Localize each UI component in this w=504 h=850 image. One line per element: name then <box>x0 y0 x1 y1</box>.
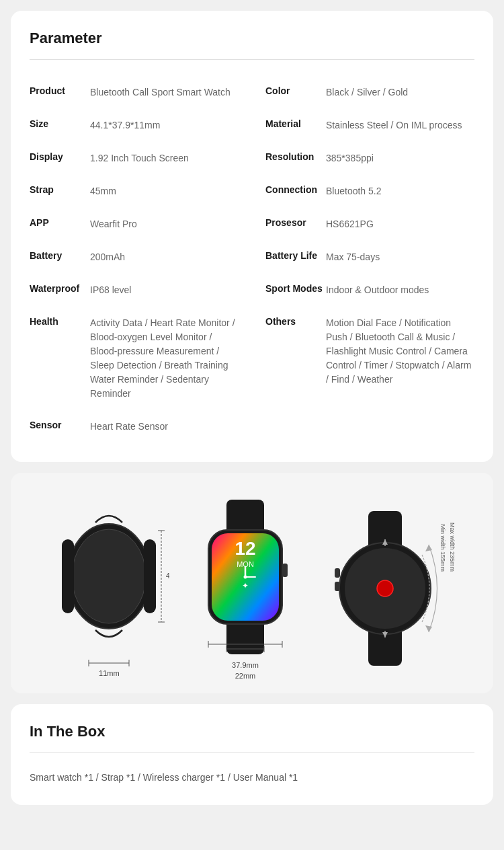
label-prosesor: Prosesor <box>265 217 326 228</box>
param-row-connection: Connection Bluetooth 5.2 <box>265 175 474 208</box>
value-size: 44.1*37.9*11mm <box>90 118 160 132</box>
svg-text:Min width 155mm: Min width 155mm <box>439 524 446 572</box>
param-row-material: Material Stainless Steel / On IML proces… <box>265 109 474 142</box>
svg-text:44.1mm: 44.1mm <box>166 572 169 580</box>
watch-svg-side: 44.1mm <box>48 502 169 653</box>
param-row-battery: Battery 200mAh <box>30 241 239 274</box>
svg-rect-34 <box>335 582 340 591</box>
label-app: APP <box>30 217 90 228</box>
label-material: Material <box>265 118 326 129</box>
svg-rect-21 <box>282 564 288 577</box>
params-left-col: Product Bluetooth Call Sport Smart Watch… <box>30 76 252 443</box>
inbox-card: In The Box Smart watch *1 / Strap *1 / W… <box>11 704 493 805</box>
value-connection: Bluetooth 5.2 <box>326 184 382 198</box>
label-product: Product <box>30 85 90 96</box>
value-product: Bluetooth Call Sport Smart Watch <box>90 85 230 100</box>
svg-text:Max width 235mm: Max width 235mm <box>449 523 456 572</box>
label-22mm: 22mm <box>235 672 256 680</box>
diagram-labels-side: 11mm <box>85 657 132 677</box>
value-battery: 200mAh <box>90 250 125 264</box>
label-battery: Battery <box>30 250 90 261</box>
label-11mm: 11mm <box>99 669 120 677</box>
value-strap: 45mm <box>90 184 116 198</box>
params-grid: Product Bluetooth Call Sport Smart Watch… <box>30 76 474 443</box>
param-row-sensor: Sensor Heart Rate Sensor <box>30 410 239 443</box>
param-row-strap: Strap 45mm <box>30 175 239 208</box>
watch-svg-back: Max width 235mm Min width 155mm <box>321 511 456 668</box>
label-waterproof: Waterproof <box>30 283 90 294</box>
value-prosesor: HS6621PG <box>326 217 374 231</box>
svg-point-1 <box>72 529 146 623</box>
diagrams-card: 44.1mm 11mm <box>11 473 493 693</box>
diagrams-wrapper: 44.1mm 11mm <box>24 493 480 680</box>
param-row-app: APP Wearfit Pro <box>30 208 239 241</box>
param-row-health: Health Activity Data / Heart Rate Monito… <box>30 307 239 410</box>
label-sport-modes: Sport Modes <box>265 283 326 294</box>
value-waterproof: IP68 level <box>90 283 131 297</box>
watch-diagram-front: 12 MON ✦ <box>192 500 299 680</box>
param-row-resolution: Resolution 385*385ppi <box>265 142 474 175</box>
divider <box>30 59 474 60</box>
watch-svg-front: 12 MON ✦ <box>192 500 299 657</box>
label-strap: Strap <box>30 184 90 195</box>
svg-rect-33 <box>335 568 340 578</box>
label-others: Others <box>265 316 326 327</box>
value-display: 1.92 Inch Touch Screen <box>90 151 189 165</box>
value-material: Stainless Steel / On IML process <box>326 118 462 132</box>
param-row-others: Others Motion Dial Face / Notification P… <box>265 307 474 396</box>
inbox-divider <box>30 752 474 753</box>
label-resolution: Resolution <box>265 151 326 162</box>
value-sensor: Heart Rate Sensor <box>90 420 168 434</box>
parameter-card: Parameter Product Bluetooth Call Sport S… <box>11 11 493 462</box>
value-resolution: 385*385ppi <box>326 151 374 165</box>
label-display: Display <box>30 151 90 162</box>
label-battery-life: Battery Life <box>265 250 326 261</box>
svg-rect-2 <box>62 539 74 613</box>
svg-text:✦: ✦ <box>242 581 249 590</box>
inbox-content: Smart watch *1 / Strap *1 / Wireless cha… <box>30 769 474 786</box>
label-sensor: Sensor <box>30 420 90 430</box>
params-right-col: Color Black / Silver / Gold Material Sta… <box>252 76 474 443</box>
value-health: Activity Data / Heart Rate Monitor / Blo… <box>90 316 239 401</box>
label-379mm: 37.9mm <box>232 661 259 669</box>
label-connection: Connection <box>265 184 326 195</box>
param-row-prosesor: Prosesor HS6621PG <box>265 208 474 241</box>
label-color: Color <box>265 85 326 96</box>
watch-diagram-back: Max width 235mm Min width 155mm <box>321 511 456 668</box>
inbox-title: In The Box <box>30 723 474 740</box>
param-row-battery-life: Battery Life Max 75-days <box>265 241 474 274</box>
param-row-color: Color Black / Silver / Gold <box>265 76 474 109</box>
param-row-product: Product Bluetooth Call Sport Smart Watch <box>30 76 239 109</box>
param-row-sport-modes: Sport Modes Indoor & Outdoor modes <box>265 274 474 307</box>
value-sport-modes: Indoor & Outdoor modes <box>326 283 429 297</box>
diagram-labels-front: 37.9mm 22mm <box>232 661 259 680</box>
svg-text:12: 12 <box>235 538 255 559</box>
page-wrapper: Parameter Product Bluetooth Call Sport S… <box>0 0 504 816</box>
param-row-waterproof: Waterproof IP68 level <box>30 274 239 307</box>
svg-rect-3 <box>144 539 156 613</box>
label-health: Health <box>30 316 90 327</box>
value-color: Black / Silver / Gold <box>326 85 408 100</box>
param-row-display: Display 1.92 Inch Touch Screen <box>30 142 239 175</box>
svg-point-19 <box>243 576 247 579</box>
value-others: Motion Dial Face / Notification Push / B… <box>326 316 474 387</box>
svg-point-32 <box>377 580 393 596</box>
watch-diagram-side: 44.1mm 11mm <box>48 502 169 677</box>
label-size: Size <box>30 118 90 129</box>
param-row-size: Size 44.1*37.9*11mm <box>30 109 239 142</box>
dim-11mm <box>85 657 132 669</box>
value-app: Wearfit Pro <box>90 217 137 231</box>
value-battery-life: Max 75-days <box>326 250 380 264</box>
parameter-title: Parameter <box>30 30 474 47</box>
